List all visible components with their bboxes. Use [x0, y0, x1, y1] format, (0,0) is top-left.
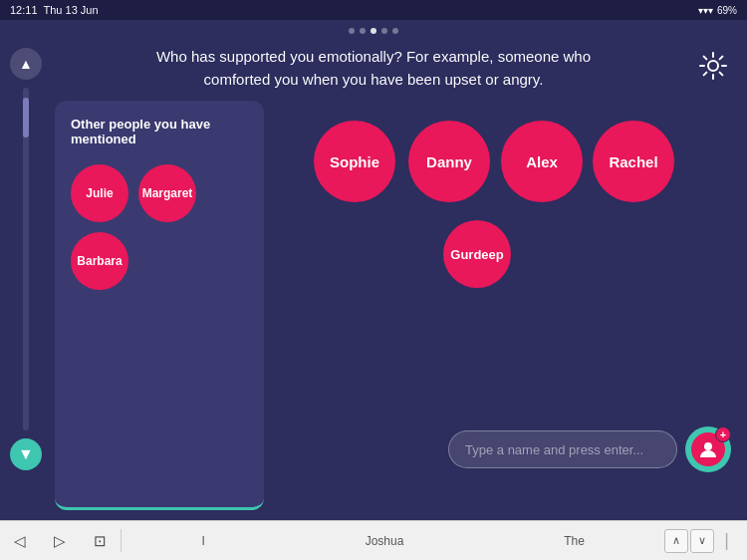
wifi-icon: ▾▾▾ — [698, 5, 713, 16]
taskbar-nav: ∧ ∨ | — [664, 529, 747, 553]
person-icon — [698, 439, 718, 459]
left-panel: Other people you have mentioned Julie Ma… — [55, 101, 264, 510]
add-badge: + — [715, 426, 731, 442]
scroll-up-button[interactable]: ▲ — [10, 48, 42, 80]
taskbar-center: I Joshua The — [122, 534, 664, 548]
date-label: Thu 13 Jun — [44, 4, 99, 16]
forward-button[interactable]: ▷ — [40, 521, 80, 560]
settings-button[interactable] — [695, 48, 731, 84]
scroll-thumb — [23, 98, 29, 138]
name-input[interactable] — [448, 430, 677, 468]
scroll-panel: ▲ ▼ — [10, 48, 42, 470]
center-label-3: The — [564, 534, 585, 548]
scroll-track — [23, 88, 29, 430]
panel-bubbles: Julie Margaret Barbara — [71, 164, 248, 290]
svg-point-1 — [704, 442, 712, 450]
bubble-barbara[interactable]: Barbara — [71, 232, 128, 290]
chevron-up-icon: ▲ — [19, 56, 33, 72]
status-bar: 12:11 Thu 13 Jun ▾▾▾ 69% — [0, 0, 747, 20]
center-label-2: Joshua — [366, 534, 404, 548]
bubble-sophie[interactable]: Sophie — [314, 121, 395, 202]
gear-icon — [698, 51, 728, 81]
bubble-rachel[interactable]: Rachel — [593, 121, 674, 202]
battery-label: 69% — [717, 5, 737, 16]
bubble-julie[interactable]: Julie — [71, 164, 128, 222]
nav-up-button[interactable]: ∧ — [664, 529, 688, 553]
taskbar: ◁ ▷ ⊡ I Joshua The ∧ ∨ | — [0, 520, 747, 560]
time-label: 12:11 — [10, 4, 38, 16]
bubble-gurdeep[interactable]: Gurdeep — [443, 220, 511, 288]
forward-icon: ▷ — [54, 532, 66, 550]
center-label-1: I — [201, 534, 204, 548]
question-line2: comforted you when you have been upset o… — [204, 71, 544, 88]
bubble-margaret[interactable]: Margaret — [138, 164, 196, 222]
docs-button[interactable]: ⊡ — [80, 521, 121, 560]
question-text: Who has supported you emotionally? For e… — [0, 34, 747, 91]
svg-point-0 — [708, 61, 718, 71]
chevron-down-icon: ▼ — [18, 445, 34, 463]
input-area: + — [448, 426, 731, 472]
bubble-alex[interactable]: Alex — [501, 121, 583, 202]
scroll-down-button[interactable]: ▼ — [10, 438, 42, 470]
question-line1: Who has supported you emotionally? For e… — [156, 48, 591, 65]
docs-icon: ⊡ — [94, 532, 107, 550]
back-button[interactable]: ◁ — [0, 521, 40, 560]
main-content: Who has supported you emotionally? For e… — [0, 20, 747, 520]
nav-down-button[interactable]: ∨ — [690, 529, 714, 553]
panel-title: Other people you have mentioned — [71, 117, 248, 146]
back-icon: ◁ — [14, 532, 26, 550]
bubble-danny[interactable]: Danny — [408, 121, 490, 202]
pipe-separator: | — [716, 530, 737, 551]
avatar-add-button[interactable]: + — [685, 426, 731, 472]
